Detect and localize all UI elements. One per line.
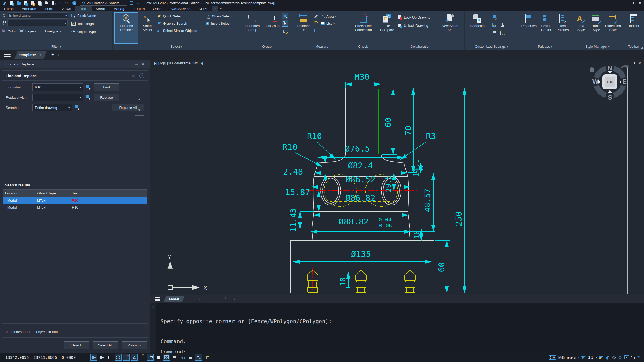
- annotation-monitor-toggle[interactable]: [171, 354, 178, 361]
- dim-label-r10-2[interactable]: R10: [282, 142, 297, 152]
- select-all-button[interactable]: Select All: [93, 341, 118, 349]
- rotate-view-arrow[interactable]: [626, 64, 629, 69]
- previous-result-icon[interactable]: ▲: [135, 94, 144, 105]
- check-line-connection-button[interactable]: Check Line Connection: [352, 12, 375, 44]
- dim-label-m30[interactable]: M30: [354, 72, 369, 82]
- dim-label-250[interactable]: 250: [454, 211, 463, 226]
- ribbon-item-linetype[interactable]: Linetype ▾: [39, 28, 61, 35]
- dynamic-ucs-toggle[interactable]: [139, 354, 146, 361]
- tab-views[interactable]: Views: [57, 6, 75, 11]
- pgp-edit-icon[interactable]: PGP: [491, 21, 497, 28]
- ribbon-collapse-icon[interactable]: ▲: [212, 6, 218, 11]
- dim-label-18[interactable]: 18: [339, 278, 347, 286]
- duplicate-objects-toggle[interactable]: +: [179, 354, 186, 361]
- column-header-object-type[interactable]: Object Type: [35, 190, 70, 197]
- dim-label-14-1[interactable]: 14.1: [412, 159, 420, 176]
- properties-palette-button[interactable]: Properties: [520, 12, 537, 44]
- column-header-text[interactable]: Text: [70, 190, 147, 197]
- ribbon-item-graphic-search[interactable]: Graphic Search: [156, 20, 204, 27]
- full-screen-icon[interactable]: [631, 356, 635, 359]
- table-style-button[interactable]: Table Style: [589, 12, 604, 44]
- drawing-canvas[interactable]: M30 Ø76.5 Ø82.4 Ø86.52 Ø86.82 Ø88.82 -0.…: [150, 60, 644, 295]
- view-cube-south[interactable]: S: [608, 94, 612, 101]
- dim-label-tol-upper[interactable]: -0.04: [375, 216, 391, 223]
- search-in-combo[interactable]: Entire drawing ▼: [32, 104, 72, 111]
- auto-hide-icon[interactable]: ⇥: [135, 62, 138, 66]
- dim-label-dia88-82[interactable]: Ø88.82: [339, 217, 369, 226]
- tab-tools[interactable]: Tools: [75, 6, 92, 11]
- pick-in-drawing-icon[interactable]: [74, 105, 80, 110]
- dim-label-29-5[interactable]: 29.5: [384, 175, 393, 192]
- ribbon-item-layers[interactable]: Layers: [19, 28, 36, 35]
- preview-button[interactable]: [50, 1, 56, 5]
- view-cube-north[interactable]: N: [608, 64, 612, 72]
- ribbon-item-lock-up-drawing[interactable]: Lock Up Drawing: [397, 14, 439, 21]
- panel-label-group[interactable]: Group◢: [240, 44, 294, 50]
- ribbon-item-object-type[interactable]: Object Type: [71, 28, 96, 35]
- layout-tab-model[interactable]: Model: [164, 296, 185, 302]
- next-result-icon[interactable]: ▼: [135, 105, 144, 116]
- redo-button[interactable]: ↷▾: [64, 1, 70, 5]
- viewport-header[interactable]: [-] [Top] [2D Wireframe] [WCS]: [154, 61, 203, 65]
- ungroup-button[interactable]: UnGroup: [264, 12, 281, 44]
- save-button[interactable]: [23, 1, 28, 5]
- tab-insert[interactable]: Insert: [40, 6, 57, 11]
- shortcuts-button[interactable]: K Shortcuts: [466, 12, 488, 44]
- minimize-button[interactable]: [620, 0, 628, 6]
- open-file-button[interactable]: [16, 1, 21, 5]
- new-file-button[interactable]: +: [9, 1, 14, 5]
- panel-label-select[interactable]: Select▾: [113, 44, 240, 50]
- dim-label-10[interactable]: 10: [412, 230, 421, 239]
- smart-select-button[interactable]: ✳ Smart Select: [139, 12, 155, 44]
- table-row[interactable]: Model MText R10: [3, 204, 147, 211]
- toolbox-icon[interactable]: [129, 1, 134, 5]
- group-frame-icon[interactable]: [282, 20, 288, 27]
- status-menu-icon[interactable]: ≡: [637, 355, 640, 360]
- file-compare-button[interactable]: File Compare: [378, 12, 397, 44]
- tab-home[interactable]: Home: [0, 6, 18, 11]
- workspace-flag-icon[interactable]: [203, 354, 210, 361]
- customize-interface-icon[interactable]: [491, 13, 497, 20]
- cube-arrow-north[interactable]: [608, 71, 612, 73]
- tab-online[interactable]: Online: [149, 6, 167, 11]
- ribbon-item-chain-select[interactable]: Chain Select: [204, 13, 239, 20]
- panel-label-palettes[interactable]: Palettes▾: [518, 44, 572, 50]
- toolbar-button[interactable]: Toolbar: [625, 12, 643, 44]
- dim-label-r10-1[interactable]: R10: [307, 131, 322, 141]
- ribbon-options-icon[interactable]: ▾: [218, 6, 223, 11]
- measure-quick-icon[interactable]: [313, 13, 319, 19]
- panel-label-collaboration[interactable]: Collaboration: [376, 44, 464, 50]
- help-icon[interactable]: ?: [139, 73, 144, 78]
- object-snap-tracking-toggle[interactable]: ∠: [131, 354, 138, 361]
- document-menu-icon[interactable]: [4, 53, 11, 57]
- dim-label-dia86-52[interactable]: Ø86.52: [345, 175, 375, 184]
- quick-menu-icon[interactable]: ☰▾: [136, 1, 141, 5]
- annotation-scale-value[interactable]: 1:1: [588, 355, 593, 359]
- new-sheet-set-button[interactable]: + New Sheet Set: [439, 12, 461, 44]
- auto-annotation-icon[interactable]: [606, 355, 610, 360]
- snap-toggle[interactable]: [98, 354, 105, 361]
- dim-label-11-43[interactable]: 11.43: [289, 208, 298, 232]
- annotation-scale-lines-icon[interactable]: [187, 354, 194, 361]
- ribbon-item-unlock-drawing[interactable]: Unlock Drawing: [397, 22, 439, 29]
- undo-button[interactable]: ↶▾: [57, 1, 63, 5]
- tab-smart[interactable]: Smart: [92, 6, 109, 11]
- object-snap-toggle[interactable]: [123, 354, 130, 361]
- dimension-style-button[interactable]: Dimension Style: [604, 12, 621, 44]
- polar-tracking-toggle[interactable]: [115, 354, 122, 361]
- save-as-button[interactable]: ✎: [30, 1, 35, 5]
- grid-display-toggle[interactable]: [90, 354, 97, 361]
- frame-display-toggle[interactable]: ↵: [195, 354, 202, 361]
- replace-with-input[interactable]: ▼: [32, 94, 83, 101]
- chevron-down-icon[interactable]: ▾: [596, 356, 597, 359]
- dim-label-dia76-5[interactable]: Ø76.5: [345, 144, 370, 153]
- ribbon-item-select-similar[interactable]: Select Similar Objects: [156, 27, 204, 34]
- cube-arrow-south[interactable]: [608, 90, 612, 93]
- ribbon-item-list[interactable]: List ▾: [320, 20, 338, 26]
- new-tab-button[interactable]: +: [51, 52, 54, 58]
- view-cube-west[interactable]: W: [592, 78, 599, 85]
- tab-export[interactable]: Export: [130, 6, 149, 11]
- dynamic-input-toggle[interactable]: +: [147, 354, 154, 361]
- pick-in-drawing-icon[interactable]: [86, 84, 92, 90]
- viewport-close-icon[interactable]: ✕: [638, 61, 642, 65]
